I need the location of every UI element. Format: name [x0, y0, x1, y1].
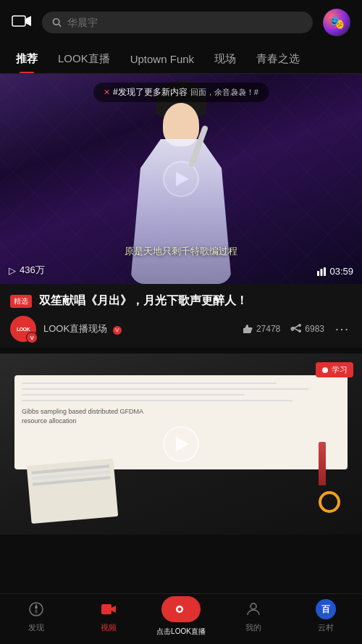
search-icon	[52, 17, 62, 28]
channel-logo: LOOK	[10, 316, 36, 342]
top-bar-left	[12, 13, 32, 32]
nav-baidu-label: 云村	[318, 622, 334, 633]
svg-point-10	[322, 367, 328, 373]
video-thumb-2[interactable]: Gibbs sampling based distributed GFDMA r…	[0, 354, 362, 535]
search-bar[interactable]	[42, 12, 313, 33]
tab-recommend[interactable]: 推荐	[6, 45, 48, 73]
bottom-nav: 发现 视频 点击LOOK直播 我的	[0, 593, 362, 644]
user-icon	[243, 599, 264, 619]
avatar[interactable]: 🎭	[323, 9, 350, 36]
study-right-items	[319, 442, 340, 513]
top-bar: 🎭	[0, 0, 362, 45]
video-subtitle: 原是天地只剩千特歌编过程	[0, 245, 362, 258]
svg-marker-15	[111, 606, 116, 613]
nav-item-mine[interactable]: 我的	[217, 599, 290, 633]
study-book	[27, 459, 119, 524]
verified-badge: V	[113, 326, 122, 335]
look-logo-icon	[174, 604, 185, 614]
nav-tabs: 推荐 LOOK直播 Uptown Funk 现场 青春之选	[0, 45, 362, 74]
rubber-band-item	[319, 491, 340, 513]
tab-uptown-funk[interactable]: Uptown Funk	[120, 46, 204, 72]
video-card-1: ✕ #发现了更多新内容 回面，余音袅袅！# 原是天地只剩千特歌编过程 ▷ 436…	[0, 74, 362, 348]
svg-rect-0	[12, 16, 25, 26]
svg-rect-6	[324, 267, 326, 276]
section-divider	[0, 348, 362, 354]
svg-marker-13	[35, 609, 38, 615]
camera-icon[interactable]	[12, 13, 32, 32]
study-tag: 学习	[316, 362, 353, 377]
featured-badge: 精选	[10, 295, 32, 308]
svg-rect-4	[317, 271, 319, 276]
duration-area: 03:59	[316, 266, 353, 277]
lipstick-item	[319, 442, 326, 485]
search-input[interactable]	[67, 17, 303, 28]
discovery-text: #发现了更多新内容	[113, 86, 188, 99]
play-icon: ▷	[9, 265, 16, 276]
more-button[interactable]: ⋯	[332, 320, 352, 338]
shares-stat: 6983	[290, 323, 324, 335]
nav-item-video[interactable]: 视频	[72, 599, 145, 633]
compass-icon	[26, 599, 46, 619]
video-title-row: 精选 双笙献唱《月出》，月光下歌声更醉人！	[10, 293, 352, 309]
svg-point-2	[53, 19, 59, 25]
duration-text: 03:59	[329, 266, 353, 277]
svg-point-7	[298, 324, 301, 327]
duration: 03:59	[316, 266, 353, 277]
discovery-suffix: 回面，余音袅袅！#	[190, 87, 258, 98]
discovery-overlay: ✕ #发现了更多新内容 回面，余音袅袅！#	[0, 83, 362, 102]
tab-look-live[interactable]: LOOK直播	[48, 45, 120, 73]
bars-icon	[316, 267, 327, 277]
look-dot-icon	[321, 367, 329, 374]
video-nav-icon	[98, 599, 119, 619]
study-tag-text: 学习	[332, 364, 348, 375]
play-count-area: ▷ 436万	[9, 264, 45, 277]
nav-item-baidu[interactable]: 百 云村	[290, 599, 362, 633]
share-icon	[290, 323, 302, 335]
x-icon: ✕	[104, 88, 110, 97]
svg-point-18	[251, 603, 256, 609]
nav-mine-label: 我的	[245, 622, 261, 633]
video-title: 双笙献唱《月出》，月光下歌声更醉人！	[39, 294, 248, 306]
video-stats: 27478 6983	[242, 323, 324, 335]
look-center-button[interactable]	[161, 596, 201, 622]
likes-count: 27478	[256, 324, 280, 334]
play-count: 436万	[20, 264, 45, 277]
svg-point-9	[292, 327, 295, 330]
channel-name: LOOK直播现场 V	[43, 322, 235, 335]
svg-point-8	[298, 330, 301, 333]
likes-stat: 27478	[242, 323, 280, 335]
video-card-2: Gibbs sampling based distributed GFDMA r…	[0, 354, 362, 535]
tab-youth[interactable]: 青春之选	[246, 45, 310, 73]
discovery-badge: ✕ #发现了更多新内容 回面，余音袅袅！#	[93, 83, 269, 102]
nav-item-discover[interactable]: 发现	[0, 599, 72, 633]
tab-scene[interactable]: 现场	[204, 45, 246, 73]
nav-video-label: 视频	[101, 622, 117, 633]
svg-point-17	[178, 607, 182, 611]
baidu-icon: 百	[316, 599, 336, 619]
video-meta: LOOK LOOK直播现场 V 27478	[10, 316, 352, 342]
shares-count: 6983	[305, 324, 324, 334]
nav-look-label: 点击LOOK直播	[156, 627, 206, 637]
svg-rect-5	[321, 269, 323, 276]
play-button-2[interactable]	[163, 426, 199, 462]
svg-marker-12	[35, 603, 38, 609]
thumbsup-icon	[242, 323, 253, 335]
nav-discover-label: 发现	[28, 622, 44, 633]
nav-item-look[interactable]: 点击LOOK直播	[145, 596, 217, 637]
video-info-1: 精选 双笙献唱《月出》，月光下歌声更醉人！ LOOK LOOK直播现场 V 27…	[0, 284, 362, 348]
svg-marker-1	[25, 16, 31, 26]
video-thumb-1[interactable]: ✕ #发现了更多新内容 回面，余音袅袅！# 原是天地只剩千特歌编过程 ▷ 436…	[0, 74, 362, 284]
svg-rect-14	[101, 604, 111, 614]
svg-line-3	[59, 24, 61, 26]
study-paper-text: Gibbs sampling based distributed GFDMA r…	[22, 407, 340, 425]
play-triangle-icon-2	[176, 437, 189, 451]
